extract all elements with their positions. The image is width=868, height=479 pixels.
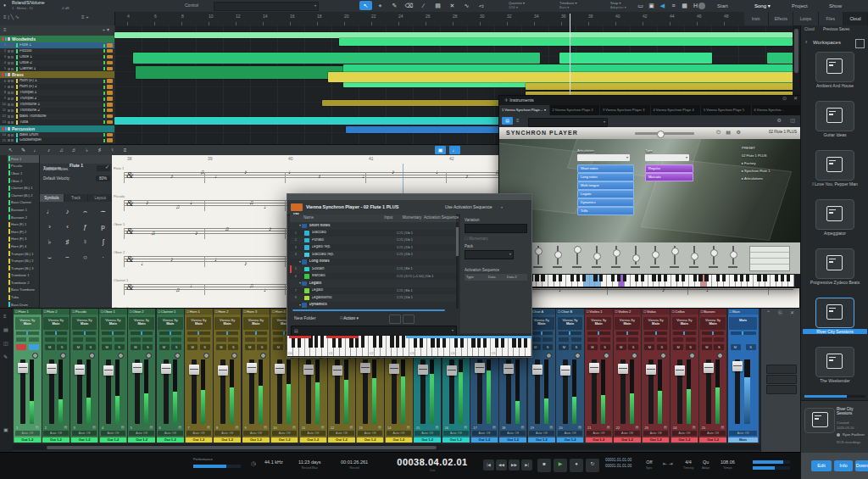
send-field[interactable] xyxy=(628,337,638,342)
group-ms-buttons[interactable] xyxy=(2,127,10,131)
send-field[interactable] xyxy=(714,337,724,342)
insert-slot[interactable]: Vienna SyMain xyxy=(558,317,583,330)
dialog-titlebar[interactable] xyxy=(287,194,531,200)
fader-handle[interactable] xyxy=(75,365,85,375)
output-label[interactable]: Out 1-2 xyxy=(186,437,213,443)
automation-mode[interactable]: Auto: Off xyxy=(558,431,583,436)
track-row[interactable]: 13Tuba xyxy=(0,120,114,125)
black-key[interactable] xyxy=(746,275,749,281)
track-row[interactable]: 10Trombone 1 xyxy=(0,102,114,108)
insert-slot[interactable]: Main xyxy=(729,317,757,330)
black-key[interactable] xyxy=(698,275,702,281)
type-button[interactable]: Regular xyxy=(645,164,693,173)
scrollbar-thumb[interactable] xyxy=(794,29,798,73)
black-key[interactable] xyxy=(734,275,737,281)
score-tool-2-icon[interactable]: ♩ xyxy=(31,146,42,154)
mute-button[interactable] xyxy=(8,121,10,124)
automation-chip[interactable] xyxy=(107,55,113,59)
mixer-strip[interactable]: □ Violins 1Vienna SyMainMS21▤Auto: OffOu… xyxy=(585,309,613,443)
link-icon[interactable]: ▤ xyxy=(292,425,296,429)
strip-name[interactable]: □ Horn 3 xyxy=(242,309,270,315)
black-key[interactable] xyxy=(757,275,760,281)
black-key[interactable] xyxy=(664,275,667,281)
symbol-1[interactable]: ♪ xyxy=(58,204,76,220)
score-track-row[interactable]: Horn (F) 2 xyxy=(8,228,39,236)
mute-button[interactable]: M xyxy=(587,344,598,350)
tool-2-icon[interactable]: ✎ xyxy=(388,1,401,10)
fader-handle[interactable] xyxy=(532,365,542,375)
workspace-tile[interactable] xyxy=(815,199,854,230)
track-add-icon[interactable]: + ▾ xyxy=(103,27,109,33)
solo-button[interactable]: S xyxy=(257,344,267,350)
timesig-display[interactable]: 4/4Timesig xyxy=(683,460,693,470)
send-field[interactable] xyxy=(29,337,39,342)
solo-button[interactable] xyxy=(11,86,14,88)
automation-mode[interactable]: Auto: Off xyxy=(443,431,469,436)
track-row[interactable]: 4Oboe 2 xyxy=(0,60,114,66)
send-field[interactable] xyxy=(686,337,696,342)
solo-button[interactable] xyxy=(11,109,14,112)
automation-mode[interactable]: Auto: Off xyxy=(101,431,126,436)
fader-handle[interactable] xyxy=(275,364,285,374)
articulation-row[interactable]: 4Staccato rep.C#1 | Db 1 xyxy=(290,251,456,259)
workspace-card[interactable]: I Love You, Pepper Man xyxy=(801,148,868,197)
send-field[interactable] xyxy=(228,337,238,342)
pan-slider[interactable] xyxy=(644,331,667,335)
black-key[interactable] xyxy=(611,275,615,281)
mute-button[interactable]: M xyxy=(187,344,198,350)
automation-mode[interactable]: Auto: Off xyxy=(15,431,41,436)
group-ms-buttons[interactable] xyxy=(2,37,10,41)
pan-slider[interactable] xyxy=(702,331,725,335)
workspace-card[interactable]: Ambient And House xyxy=(801,49,868,98)
solo-button[interactable]: S xyxy=(657,344,667,350)
black-key[interactable] xyxy=(676,275,679,281)
mute-button[interactable] xyxy=(8,97,10,100)
workspace-card[interactable]: River City Sessions xyxy=(801,295,868,344)
sidebar-edit-button[interactable]: Edit xyxy=(811,460,832,471)
fader-handle[interactable] xyxy=(475,363,485,373)
output-label[interactable]: Out 1-2 xyxy=(242,437,270,443)
settings-icon[interactable]: ⚙ xyxy=(737,130,741,136)
insert-slot[interactable]: Vienna SyMain xyxy=(158,317,183,330)
mixer-strip[interactable]: □ Horn 3Vienna SyMainMS9▤Auto: OffOut 1-… xyxy=(242,309,270,443)
gear-icon[interactable]: ⚙ xyxy=(777,118,782,124)
send-field[interactable] xyxy=(73,337,83,342)
back-chevron[interactable]: ‹ xyxy=(805,39,807,46)
solo-button[interactable]: S xyxy=(171,344,181,350)
cue-knob[interactable] xyxy=(89,353,95,359)
send-field[interactable] xyxy=(571,337,581,342)
fader-handle[interactable] xyxy=(161,364,171,374)
plugin-tab-4[interactable]: 4 Vienna Synchron Playe 4 xyxy=(651,105,702,115)
mixer-strip[interactable]: □ Oboe 2Vienna SyMainMS5▤Auto: OffOut 1-… xyxy=(128,309,156,443)
fader-handle[interactable] xyxy=(189,365,199,375)
automation-mode[interactable]: Auto: Off xyxy=(700,431,726,436)
track-row[interactable]: 15Glockenspiel xyxy=(0,137,114,143)
send-field[interactable] xyxy=(57,337,67,342)
solo-button[interactable]: S xyxy=(746,344,756,350)
link-icon[interactable]: ▤ xyxy=(549,425,553,429)
panel-button[interactable] xyxy=(766,375,797,384)
mute-button[interactable]: M xyxy=(73,344,83,350)
cue-knob[interactable] xyxy=(146,353,152,359)
articulation-button[interactable]: Long notes xyxy=(577,173,634,181)
fader-handle[interactable] xyxy=(560,365,570,376)
automation-chip[interactable] xyxy=(107,103,113,107)
send-field[interactable] xyxy=(16,337,26,342)
score-track-row[interactable]: Trombone 2 xyxy=(8,279,39,287)
automation-mode[interactable]: Auto: Off xyxy=(472,431,498,436)
detach-icon[interactable]: ⎘ xyxy=(778,310,782,316)
black-key[interactable] xyxy=(787,275,790,281)
black-key[interactable] xyxy=(576,275,580,281)
strip-name[interactable]: □ Basses xyxy=(699,309,727,315)
fader-handle[interactable] xyxy=(218,365,228,376)
workspace-card[interactable]: The Weekender xyxy=(801,344,868,393)
automation-chip[interactable] xyxy=(107,97,113,101)
performance-label[interactable]: Performance xyxy=(193,458,213,461)
insert-slot[interactable]: Vienna SyMain xyxy=(529,317,554,330)
inspector-tab-symbols[interactable]: Symbols xyxy=(40,194,64,202)
insert-slot[interactable]: Vienna SyMain xyxy=(214,317,240,330)
workspace-card[interactable]: Guitar Ideas xyxy=(801,98,868,148)
pan-slider[interactable] xyxy=(159,331,182,335)
score-track-row[interactable]: Trombone 1 xyxy=(8,272,39,280)
symbol-5[interactable]: ‹ xyxy=(58,220,76,235)
